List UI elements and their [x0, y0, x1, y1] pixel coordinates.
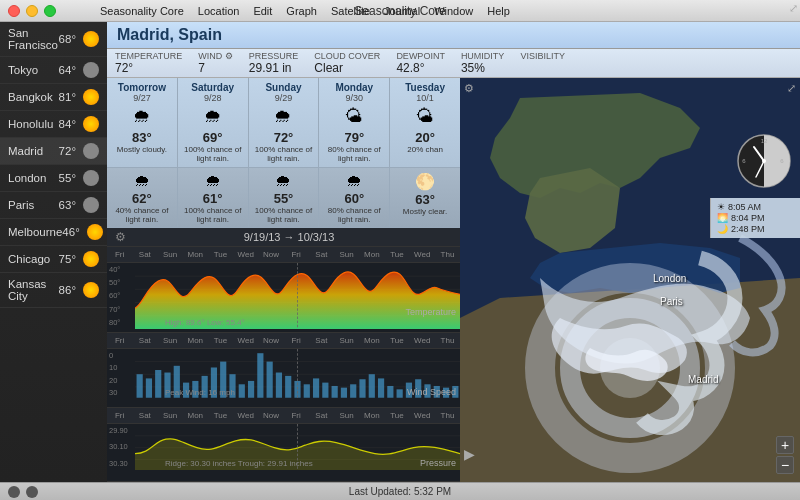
fday-name: Saturday	[191, 82, 234, 93]
svg-rect-33	[369, 374, 375, 398]
menu-item[interactable]: Help	[487, 5, 510, 17]
moon-time: 2:48 PM	[731, 224, 765, 234]
chart-day-label: Wed	[410, 408, 435, 423]
menu-item[interactable]: Seasonality Core	[100, 5, 184, 17]
statusbar-left	[8, 486, 38, 498]
moon-icon	[83, 170, 99, 186]
dew-label: Dewpoint	[396, 51, 445, 61]
sun-icon	[83, 89, 99, 105]
pressure-trough: 29.91 inches	[267, 459, 312, 468]
fday-temp: 20°	[415, 130, 435, 145]
zoom-in-button[interactable]: +	[776, 436, 794, 454]
satellite-settings-button[interactable]: ⚙	[464, 82, 474, 95]
chart-day-label: Sun	[334, 333, 359, 348]
moon-icon	[83, 143, 99, 159]
fday-icon: 🌤	[416, 106, 434, 127]
temp-y-axis: 80°70°60°50°40°	[107, 263, 135, 329]
clock-face: 12 6 6	[736, 133, 792, 189]
sidebar-item-tokyo[interactable]: Tokyo64°	[0, 57, 107, 84]
sun-times-panel: ☀ 8:05 AM 🌅 8:04 PM 🌙 2:48 PM	[710, 198, 800, 238]
fnight-icon: 🌧	[346, 172, 362, 190]
svg-rect-10	[155, 370, 161, 398]
wind-chart: 3020100	[107, 349, 460, 408]
menu-item[interactable]: Edit	[253, 5, 272, 17]
chart-day-label: Sat	[132, 247, 157, 262]
sidebar-item-bangkok[interactable]: Bangkok81°	[0, 84, 107, 111]
satellite-play-button[interactable]: ▶	[464, 446, 475, 462]
main-content: San Francisco68°Tokyo64°Bangkok81°Honolu…	[0, 22, 800, 482]
fnight-desc: 80% chance of light rain.	[323, 206, 385, 224]
sunset-row: 🌅 8:04 PM	[717, 213, 794, 223]
svg-rect-21	[257, 353, 263, 398]
chart-day-label: Mon	[359, 247, 384, 262]
minimize-button[interactable]	[26, 5, 38, 17]
menu-item[interactable]: Graph	[286, 5, 317, 17]
pressure-y-axis: 30.3030.1029.90	[107, 424, 135, 471]
svg-rect-30	[341, 388, 347, 398]
temp-chart-label: Temperature	[405, 307, 456, 317]
dew-value: 42.8°	[396, 61, 445, 75]
cloud-label: Cloud Cover	[314, 51, 380, 61]
temp-high: 89.6°	[186, 318, 205, 327]
sidebar-city-name: Chicago	[8, 253, 50, 265]
chart-day-label: Sun	[157, 408, 182, 423]
fnight-temp: 55°	[274, 191, 294, 206]
sidebar-item-honolulu[interactable]: Honolulu84°	[0, 111, 107, 138]
forecast-night: 🌧 55° 100% chance of light rain.	[249, 168, 320, 227]
sidebar-city-name: San Francisco	[8, 27, 59, 51]
chart-day-label: Tue	[208, 333, 233, 348]
menu-item[interactable]: Journal	[384, 5, 420, 17]
chart-days-header-2: FriSatSunMonTueWedNowFriSatSunMonTueWedT…	[107, 333, 460, 349]
zoom-out-button[interactable]: −	[776, 456, 794, 474]
sidebar-item-paris[interactable]: Paris63°	[0, 192, 107, 219]
chart-date-range: 9/19/13 → 10/3/13	[126, 231, 452, 243]
humidity-stat: Humidity 35%	[461, 51, 505, 75]
sidebar-temp: 81°	[59, 91, 76, 103]
titlebar: Seasonality Core Seasonality Core Locati…	[0, 0, 800, 22]
sidebar-item-san-francisco[interactable]: San Francisco68°	[0, 22, 107, 57]
visibility-stat: Visibility	[520, 51, 565, 61]
forecast-nights-row: 🌧 62° 40% chance of light rain. 🌧 61° 10…	[107, 168, 460, 228]
forecast-day: Monday 9/30 🌤 79° 80% chance of light ra…	[319, 78, 390, 167]
chart-day-label: Sat	[309, 333, 334, 348]
fday-date: 9/29	[275, 93, 293, 103]
chart-day-label: Sat	[132, 408, 157, 423]
close-button[interactable]	[8, 5, 20, 17]
satellite-map: London Paris Madrid	[460, 78, 800, 482]
sidebar-item-madrid[interactable]: Madrid72°	[0, 138, 107, 165]
svg-rect-36	[397, 389, 403, 397]
fday-desc: 100% chance of light rain.	[253, 145, 315, 163]
chart-day-label: Thu	[435, 333, 460, 348]
chart-settings-icon[interactable]: ⚙	[115, 230, 126, 244]
menu-item[interactable]: Satellite	[331, 5, 370, 17]
sidebar-item-kansas-city[interactable]: Kansas City86°	[0, 273, 107, 308]
sidebar-temp: 72°	[59, 145, 76, 157]
fullscreen-button[interactable]	[44, 5, 56, 17]
clock-svg: 12 6 6	[736, 133, 792, 189]
moon-row: 🌙 2:48 PM	[717, 224, 794, 234]
chart-day-label: Mon	[183, 333, 208, 348]
hum-label: Humidity	[461, 51, 505, 61]
temp-chart-main: Temperature High: 89.6° Low: 55.4°	[135, 263, 460, 329]
fday-temp: 69°	[203, 130, 223, 145]
moon-icon	[83, 62, 99, 78]
fnight-desc: 40% chance of light rain.	[111, 206, 173, 224]
charts-header: ⚙ 9/19/13 → 10/3/13 ⤢	[107, 228, 460, 247]
menu-item[interactable]: Window	[434, 5, 473, 17]
forecast-day: Tomorrow 9/27 🌧 83° Mostly cloudy.	[107, 78, 178, 167]
svg-rect-35	[387, 386, 393, 398]
svg-rect-8	[137, 374, 143, 398]
traffic-lights	[8, 5, 56, 17]
content-area: Madrid, Spain Temperature 72° Wind ⚙ 7 P…	[107, 22, 800, 482]
sidebar-item-london[interactable]: London55°	[0, 165, 107, 192]
menu-item[interactable]: Location	[198, 5, 240, 17]
sidebar-item-melbourne[interactable]: Melbourne46°	[0, 219, 107, 246]
satellite-expand-button[interactable]: ⤢	[787, 82, 796, 95]
chart-day-label: Tue	[208, 247, 233, 262]
svg-rect-27	[313, 378, 319, 397]
forecast-day: Sunday 9/29 🌧 72° 100% chance of light r…	[249, 78, 320, 167]
moon-icon	[83, 197, 99, 213]
svg-rect-9	[146, 378, 152, 397]
sidebar-item-chicago[interactable]: Chicago75°	[0, 246, 107, 273]
chart-day-label: Wed	[233, 247, 258, 262]
